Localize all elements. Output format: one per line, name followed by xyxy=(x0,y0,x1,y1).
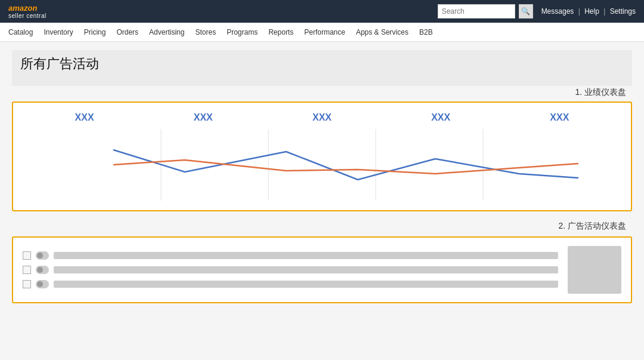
nav-performance[interactable]: Performance xyxy=(304,24,345,40)
top-links: Messages | Help | Settings xyxy=(541,7,636,16)
nav-orders[interactable]: Orders xyxy=(116,24,138,40)
title-section: 所有广告活动 xyxy=(12,50,632,86)
nav-apps-services[interactable]: Apps & Services xyxy=(356,24,408,40)
logo[interactable]: amazon seller central xyxy=(8,4,47,19)
sep2: | xyxy=(603,7,605,16)
nav-b2b[interactable]: B2B xyxy=(419,24,433,40)
top-bar-right: 🔍 Messages | Help | Settings xyxy=(438,4,636,19)
checkbox-3[interactable] xyxy=(23,280,31,288)
campaign-thumbnail xyxy=(568,246,621,294)
checkbox-1[interactable] xyxy=(23,251,31,260)
nav-inventory[interactable]: Inventory xyxy=(44,24,73,40)
nav-advertising[interactable]: Advertising xyxy=(149,24,184,40)
row-bar-3 xyxy=(54,281,558,288)
campaign-rows xyxy=(23,251,558,288)
logo-amazon: amazon xyxy=(8,4,47,13)
nav-reports[interactable]: Reports xyxy=(268,24,293,40)
section1-label: 1. 业绩仪表盘 xyxy=(12,87,632,98)
row-bar-2 xyxy=(54,266,558,273)
chart-col-3: XXX xyxy=(431,112,450,123)
page-content: 所有广告活动 1. 业绩仪表盘 XXX XXX XXX XXX XXX xyxy=(0,42,644,360)
chart-col-2: XXX xyxy=(312,112,332,123)
chart-col-4: XXX xyxy=(550,112,569,123)
chart-col-1: XXX xyxy=(194,112,213,123)
campaign-row-1 xyxy=(23,251,558,260)
line-chart xyxy=(25,129,619,201)
row-bar-1 xyxy=(54,252,558,259)
nav-programs[interactable]: Programs xyxy=(227,24,258,40)
nav-catalog[interactable]: Catalog xyxy=(8,24,33,40)
nav-bar: Catalog Inventory Pricing Orders Adverti… xyxy=(0,23,644,42)
logo-seller: seller central xyxy=(8,13,47,19)
search-button[interactable]: 🔍 xyxy=(519,4,533,19)
checkbox-2[interactable] xyxy=(23,266,31,274)
sep1: | xyxy=(578,7,580,16)
chart-col-0: XXX xyxy=(75,112,94,123)
page-title: 所有广告活动 xyxy=(20,55,624,78)
settings-link[interactable]: Settings xyxy=(610,7,636,16)
campaign-row-2 xyxy=(23,266,558,274)
toggle-2[interactable] xyxy=(36,266,49,274)
top-bar: amazon seller central 🔍 Messages | Help … xyxy=(0,0,644,23)
campaign-card xyxy=(12,236,632,303)
nav-pricing[interactable]: Pricing xyxy=(84,24,106,40)
help-link[interactable]: Help xyxy=(584,7,599,16)
chart-card: XXX XXX XXX XXX XXX xyxy=(12,101,632,211)
search-input[interactable] xyxy=(438,4,515,19)
section2-label: 2. 广告活动仪表盘 xyxy=(12,221,632,232)
nav-stores[interactable]: Stores xyxy=(195,24,216,40)
chart-svg-container xyxy=(25,129,619,201)
campaign-row-3 xyxy=(23,280,558,288)
toggle-1[interactable] xyxy=(36,251,49,260)
chart-columns: XXX XXX XXX XXX XXX xyxy=(25,112,619,123)
messages-link[interactable]: Messages xyxy=(541,7,574,16)
toggle-3[interactable] xyxy=(36,280,49,288)
